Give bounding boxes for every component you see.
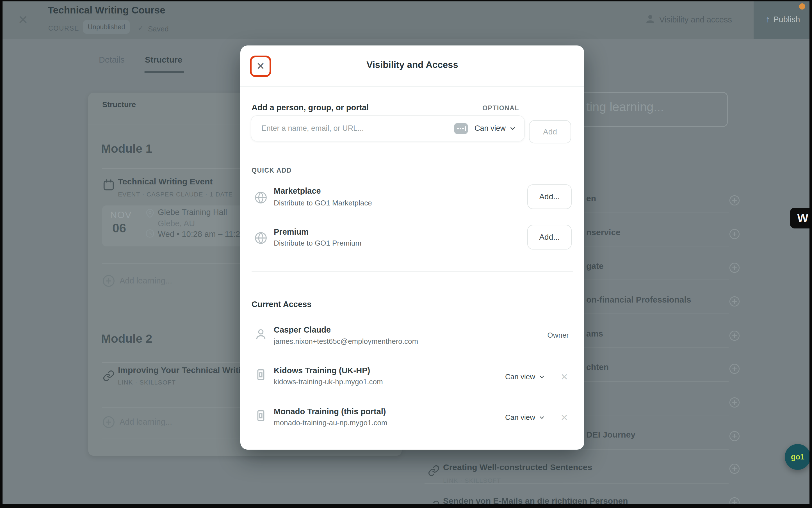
plus-circle-icon [102,416,115,429]
event-time: Wed • 10:28 am – 11:28 [158,229,245,239]
event-month: NOV [110,209,132,220]
add-item-button[interactable] [729,228,740,240]
visibility-access-modal: Visibility and Access ✕ Add a person, gr… [240,45,584,450]
course-type-label: COURSE [48,25,79,32]
event-day: 06 [112,221,126,235]
chevron-down-icon [538,374,545,380]
course-close-icon[interactable]: ✕ [14,11,32,28]
event-city: Glebe, AU [158,219,195,228]
module-1-heading: Module 1 [101,142,152,156]
add-item-button[interactable] [729,330,740,341]
add-button[interactable]: Add [529,120,571,143]
status-badge: Unpublished [83,20,130,34]
app-header: ✕ Technical Writing Course COURSE Unpubl… [0,0,812,39]
list-item-fragment: on-financial Professionals [586,295,691,304]
permission-value: Can view [505,373,535,381]
person-icon [254,328,267,341]
add-item-button[interactable] [729,363,740,374]
globe-icon [254,191,267,204]
publish-arrow-icon: ↑ [766,14,770,25]
search-placeholder-fragment: ting learning... [586,100,664,114]
permission-dropdown[interactable]: Can view [505,413,545,422]
access-row-name: Casper Claude [274,325,331,335]
list-item-meta: LINK · SKILLSOFT [443,477,501,484]
add-learning-button[interactable]: Add learning... [120,276,172,286]
permission-dropdown[interactable]: Can view [475,124,516,133]
access-row-detail: kidows-training-uk-hp.mygo1.com [274,378,383,386]
add-learning-button[interactable]: Add learning... [120,417,172,427]
access-row-name: Monado Training (this portal) [274,407,386,416]
visibility-access-button[interactable]: Visibility and access [659,15,732,25]
quick-add-label: QUICK ADD [252,167,292,174]
link-icon [428,465,440,476]
quick-add-premium-button[interactable]: Add... [527,225,572,250]
saved-check-icon: ✓ [137,24,144,33]
globe-icon [254,231,267,245]
tab-details[interactable]: Details [99,55,125,65]
permission-dropdown[interactable]: Can view [505,373,545,381]
event-venue: Glebe Training Hall [158,208,227,217]
quick-add-row-title: Marketplace [274,186,321,196]
add-item-button[interactable] [729,463,740,474]
tab-structure[interactable]: Structure [145,55,182,65]
list-item-fragment: chten [586,362,609,372]
screenshot-stage: ✕ Technical Writing Course COURSE Unpubl… [0,0,812,508]
shortcut-hint-icon [454,123,468,134]
add-item-button[interactable] [729,262,740,273]
tab-structure-underline [144,71,184,73]
learning-item-title[interactable]: Technical Writing Event [118,177,212,186]
quick-add-row-title: Premium [274,227,309,237]
learning-item-title[interactable]: Improving Your Technical Writi [118,366,241,375]
list-item-fragment: en [586,194,596,203]
access-row-name: Kidows Training (UK-HP) [274,366,370,375]
quick-add-row-subtitle: Distribute to GO1 Marketplace [274,199,372,207]
add-item-button[interactable] [729,397,740,408]
frame-border [0,0,812,1]
list-item-fragment: DEI Journey [586,430,636,439]
remove-access-button[interactable]: ✕ [559,413,569,423]
modal-title: Visibility and Access [240,59,584,70]
learning-item-meta: LINK · SKILLSOFT [118,379,176,386]
frame-border [0,504,812,508]
link-icon [103,370,115,382]
learning-item-meta: EVENT · CASPER CLAUDE · 1 DATE [118,191,233,198]
add-item-button[interactable] [729,296,740,307]
publish-label: Publish [773,15,800,24]
clock-icon [146,229,154,238]
saved-label: Saved [148,25,169,33]
app-page: ✕ Technical Writing Course COURSE Unpubl… [0,0,812,508]
access-row-detail: james.nixon+test65c@employmenthero.com [274,337,418,346]
add-input[interactable] [261,124,454,133]
quick-add-marketplace-button[interactable]: Add... [527,184,572,209]
current-access-label: Current Access [252,300,311,309]
modal-header: Visibility and Access ✕ [240,45,584,87]
portal-icon [254,409,267,422]
optional-label: OPTIONAL [482,104,519,112]
module-2-heading: Module 2 [101,332,152,345]
list-item-fragment: nservice [586,227,620,237]
portal-icon [254,368,267,381]
list-item-title[interactable]: Creating Well-constructed Sentences [443,463,592,472]
chevron-down-icon [509,125,516,132]
notification-dot [799,3,805,9]
frame-border [809,0,812,508]
add-input-container: Can view [251,115,525,141]
list-item-fragment: ams [586,329,603,338]
quick-add-row-subtitle: Distribute to GO1 Premium [274,239,361,248]
permission-value: Can view [505,413,535,422]
access-row-role: Owner [547,331,569,340]
wistia-widget-button[interactable]: W [790,208,812,228]
map-pin-icon [146,209,154,218]
go1-launcher-button[interactable]: go1 [785,444,811,470]
calendar-icon [102,178,115,192]
permission-value: Can view [475,124,506,133]
frame-border [0,0,3,508]
add-section-label: Add a person, group, or portal [252,103,369,112]
remove-access-button[interactable]: ✕ [559,372,569,382]
course-title: Technical Writing Course [48,4,165,16]
add-item-button[interactable] [729,430,740,442]
header-divider [37,0,37,39]
modal-close-button[interactable]: ✕ [250,55,271,77]
add-item-button[interactable] [729,195,740,206]
person-icon [645,13,656,25]
